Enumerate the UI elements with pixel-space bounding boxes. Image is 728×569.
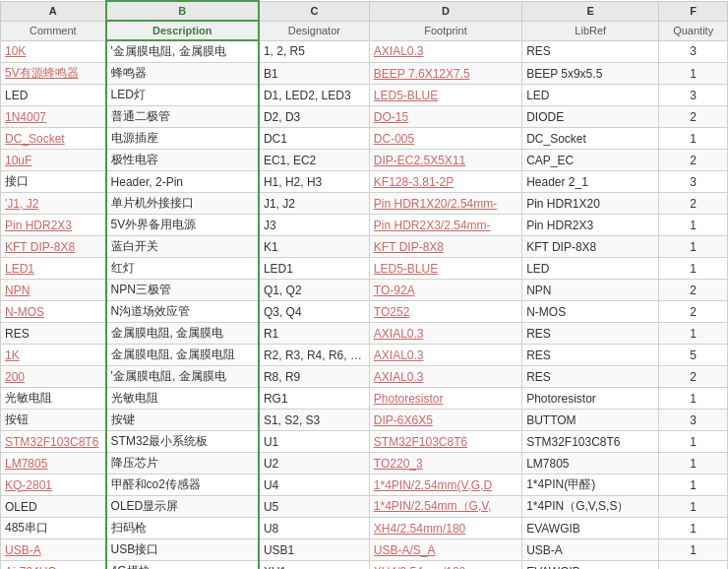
- cell-description[interactable]: 金属膜电阻, 金属膜电: [106, 323, 259, 345]
- cell-comment[interactable]: Pin HDR2X3: [1, 215, 106, 236]
- cell-quantity: 1: [659, 539, 728, 561]
- cell-footprint[interactable]: LED5-BLUE: [369, 258, 521, 280]
- col-letter-f[interactable]: F: [659, 1, 728, 21]
- cell-designator: Q3, Q4: [259, 301, 369, 323]
- cell-comment[interactable]: 5V有源蜂鸣器: [1, 63, 106, 85]
- cell-footprint[interactable]: Photoresistor: [369, 388, 521, 410]
- cell-footprint[interactable]: XH4/2.54mm/180: [369, 561, 521, 570]
- cell-footprint[interactable]: TO-92A: [369, 280, 521, 301]
- cell-footprint[interactable]: DO-15: [369, 106, 521, 128]
- table-row: STM32F103C8T6STM32最小系统板U1STM32F103C8T6ST…: [1, 431, 728, 453]
- cell-description[interactable]: 扫码枪: [106, 518, 259, 539]
- cell-description[interactable]: STM32最小系统板: [106, 431, 259, 453]
- cell-comment[interactable]: 10K: [1, 40, 106, 63]
- cell-footprint[interactable]: AXIAL0.3: [369, 323, 521, 345]
- cell-comment[interactable]: 200: [1, 366, 106, 388]
- cell-footprint[interactable]: KFT DIP-8X8: [369, 236, 521, 258]
- cell-comment[interactable]: 10uF: [1, 150, 106, 171]
- cell-description[interactable]: OLED显示屏: [106, 496, 259, 518]
- cell-comment[interactable]: 1N4007: [1, 106, 106, 128]
- cell-designator: USB1: [259, 539, 369, 561]
- cell-footprint[interactable]: STM32F103C8T6: [369, 431, 521, 453]
- cell-description[interactable]: USB接口: [106, 539, 259, 561]
- cell-description[interactable]: Header, 2-Pin: [106, 171, 259, 193]
- cell-description[interactable]: 5V外界备用电源: [106, 215, 259, 236]
- cell-comment[interactable]: USB-A: [1, 539, 106, 561]
- table-row: NPNNPN三极管Q1, Q2TO-92ANPN2: [1, 280, 728, 301]
- cell-footprint[interactable]: USB-A/S_A: [369, 539, 521, 561]
- cell-libref: LM7805: [522, 453, 659, 474]
- table-row: OLEDOLED显示屏U51*4PIN/2.54mm（G,V,1*4PIN（G,…: [1, 496, 728, 518]
- cell-libref: RES: [522, 366, 659, 388]
- cell-comment[interactable]: DC_Socket: [1, 128, 106, 150]
- table-row: Pin HDR2X35V外界备用电源J3Pin HDR2X3/2.54mm-Pi…: [1, 215, 728, 236]
- cell-description[interactable]: LED灯: [106, 85, 259, 106]
- cell-footprint[interactable]: TO252: [369, 301, 521, 323]
- col-letter-b[interactable]: B: [106, 1, 259, 21]
- cell-footprint[interactable]: AXIAL0.3: [369, 366, 521, 388]
- cell-description[interactable]: NPN三极管: [106, 280, 259, 301]
- cell-description[interactable]: 甲醛和co2传感器: [106, 474, 259, 496]
- cell-comment[interactable]: STM32F103C8T6: [1, 431, 106, 453]
- col-letter-d[interactable]: D: [369, 1, 521, 21]
- table-row: 10uF极性电容EC1, EC2DIP-EC2.5X5X11CAP_EC2: [1, 150, 728, 171]
- cell-comment: LED: [1, 85, 106, 106]
- cell-footprint[interactable]: BEEP 7.6X12X7.5: [369, 63, 521, 85]
- cell-footprint[interactable]: DIP-EC2.5X5X11: [369, 150, 521, 171]
- cell-quantity: 3: [659, 171, 728, 193]
- cell-comment[interactable]: 'J1, J2: [1, 193, 106, 215]
- col-letter-a[interactable]: A: [1, 1, 106, 21]
- cell-comment[interactable]: LED1: [1, 258, 106, 280]
- cell-description[interactable]: 红灯: [106, 258, 259, 280]
- cell-quantity: 1: [659, 518, 728, 539]
- cell-footprint[interactable]: 1*4PIN/2.54mm(V,G,D: [369, 474, 521, 496]
- cell-footprint[interactable]: LED5-BLUE: [369, 85, 521, 106]
- cell-libref: LED: [522, 85, 659, 106]
- cell-footprint[interactable]: Pin HDR1X20/2.54mm-: [369, 193, 521, 215]
- cell-comment[interactable]: KFT DIP-8X8: [1, 236, 106, 258]
- cell-description[interactable]: 普通二极管: [106, 106, 259, 128]
- cell-description[interactable]: 4G模块: [106, 561, 259, 570]
- cell-description[interactable]: N沟道场效应管: [106, 301, 259, 323]
- cell-description[interactable]: 蜂鸣器: [106, 63, 259, 85]
- cell-footprint[interactable]: XH4/2.54mm/180: [369, 518, 521, 539]
- cell-comment[interactable]: LM7805: [1, 453, 106, 474]
- col-letter-c[interactable]: C: [259, 1, 369, 21]
- cell-footprint[interactable]: AXIAL0.3: [369, 345, 521, 366]
- cell-description[interactable]: 电源插座: [106, 128, 259, 150]
- cell-footprint[interactable]: 1*4PIN/2.54mm（G,V,: [369, 496, 521, 518]
- cell-footprint[interactable]: KF128-3.81-2P: [369, 171, 521, 193]
- header-designator: Designator: [259, 21, 369, 40]
- cell-comment[interactable]: NPN: [1, 280, 106, 301]
- cell-footprint[interactable]: TO220_3: [369, 453, 521, 474]
- cell-comment[interactable]: Air724UG: [1, 561, 106, 570]
- cell-description[interactable]: '金属膜电阻, 金属膜电: [106, 366, 259, 388]
- cell-description[interactable]: 单片机外接接口: [106, 193, 259, 215]
- cell-libref: N-MOS: [522, 301, 659, 323]
- table-row: 10K'金属膜电阻, 金属膜电1, 2, R5AXIAL0.3RES3: [1, 40, 728, 63]
- cell-comment[interactable]: 1K: [1, 345, 106, 366]
- cell-quantity: 3: [659, 85, 728, 106]
- cell-designator: Q1, Q2: [259, 280, 369, 301]
- cell-description[interactable]: 金属膜电阻, 金属膜电阻: [106, 345, 259, 366]
- cell-description[interactable]: 蓝白开关: [106, 236, 259, 258]
- col-letter-e[interactable]: E: [522, 1, 659, 21]
- cell-description[interactable]: 极性电容: [106, 150, 259, 171]
- cell-description[interactable]: 降压芯片: [106, 453, 259, 474]
- cell-comment[interactable]: KQ-2801: [1, 474, 106, 496]
- cell-footprint[interactable]: AXIAL0.3: [369, 40, 521, 63]
- cell-footprint[interactable]: DC-005: [369, 128, 521, 150]
- cell-description[interactable]: '金属膜电阻, 金属膜电: [106, 40, 259, 63]
- header-libref: LibRef: [522, 21, 659, 40]
- cell-libref: CAP_EC: [522, 150, 659, 171]
- cell-description[interactable]: 按键: [106, 410, 259, 431]
- cell-footprint[interactable]: DIP-6X6X5: [369, 410, 521, 431]
- cell-designator: 1, 2, R5: [259, 40, 369, 63]
- cell-libref: LED: [522, 258, 659, 280]
- cell-designator: B1: [259, 63, 369, 85]
- cell-designator: R1: [259, 323, 369, 345]
- cell-footprint[interactable]: Pin HDR2X3/2.54mm-: [369, 215, 521, 236]
- cell-comment[interactable]: N-MOS: [1, 301, 106, 323]
- cell-description[interactable]: 光敏电阻: [106, 388, 259, 410]
- cell-designator: DC1: [259, 128, 369, 150]
